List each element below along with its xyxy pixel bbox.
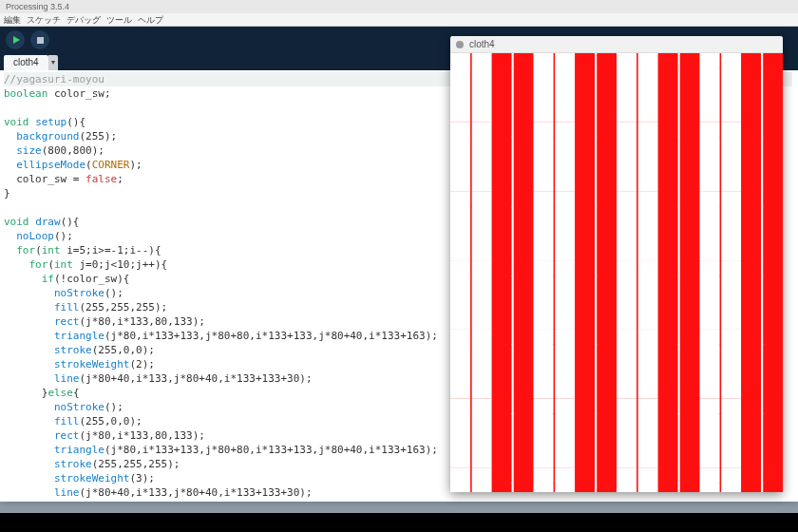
run-button[interactable] [6,30,25,49]
window-title: Processing 3.5.4 [6,2,69,11]
stop-button[interactable] [30,30,49,49]
sketch-window-title: cloth4 [469,39,495,49]
window-titlebar: Processing 3.5.4 [0,0,798,13]
code-line: } [4,500,794,502]
menu-sketch[interactable]: スケッチ [27,13,61,26]
sketch-canvas [450,53,783,492]
menu-bar: 編集 スケッチ デバッグ ツール ヘルプ [0,13,798,27]
menu-help[interactable]: ヘルプ [138,13,163,26]
tab-cloth4[interactable]: cloth4 [4,55,48,70]
sketch-window-titlebar[interactable]: cloth4 [450,36,783,53]
desktop: Processing 3.5.4 編集 スケッチ デバッグ ツール ヘルプ cl… [0,0,798,513]
menu-edit[interactable]: 編集 [4,13,21,26]
tab-label: cloth4 [13,55,39,70]
sketch-output-window: cloth4 [450,36,783,492]
menu-debug[interactable]: デバッグ [66,13,101,26]
sketch-window-close-icon[interactable] [456,41,464,48]
tab-dropdown-icon[interactable]: ▾ [48,55,58,70]
menu-tools[interactable]: ツール [106,13,132,26]
